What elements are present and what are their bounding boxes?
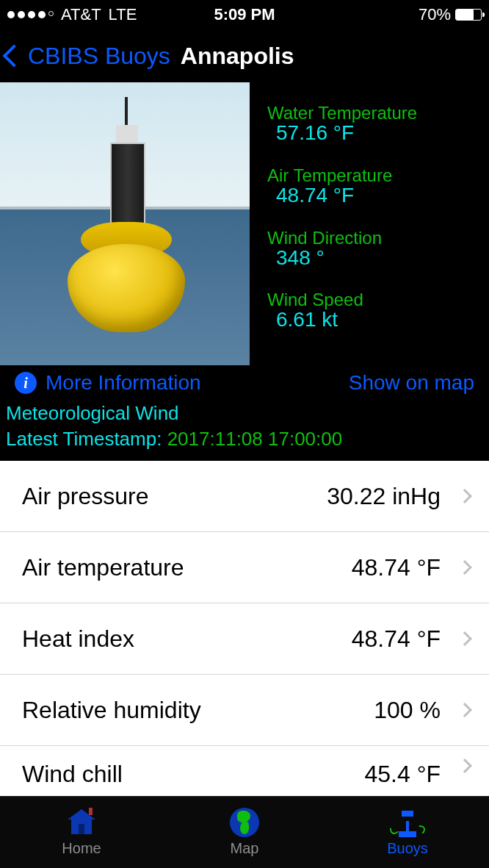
timestamp-value: 2017:11:08 17:00:00 <box>167 428 343 450</box>
buoy-icon <box>391 808 424 837</box>
timestamp-line: Latest Timestamp: 2017:11:08 17:00:00 <box>0 426 489 461</box>
list-item-label: Wind chill <box>22 761 364 788</box>
list-item-air-temperature[interactable]: Air temperature 48.74 °F <box>0 532 489 603</box>
list-item-heat-index[interactable]: Heat index 48.74 °F <box>0 603 489 675</box>
stat-label: Air Temperature <box>267 167 477 184</box>
timestamp-label: Latest Timestamp: <box>6 428 162 450</box>
home-icon <box>65 808 98 837</box>
stat-value: 6.61 kt <box>267 309 477 331</box>
chevron-left-icon <box>2 44 25 67</box>
nav-bar: CBIBS Buoys Annapolis <box>0 29 489 82</box>
list-item-wind-chill[interactable]: Wind chill 45.4 °F <box>0 746 489 790</box>
back-label: CBIBS Buoys <box>28 43 170 70</box>
buoy-photo <box>0 82 250 365</box>
stat-water-temperature: Water Temperature 57.16 °F <box>267 104 477 145</box>
list-item-label: Heat index <box>22 625 352 653</box>
more-information-link[interactable]: More Information <box>46 371 201 395</box>
back-button[interactable]: CBIBS Buoys <box>6 43 170 70</box>
tab-label: Map <box>231 840 259 857</box>
status-bar: AT&T LTE 5:09 PM 70% <box>0 0 489 29</box>
stat-wind-direction: Wind Direction 348 ° <box>267 229 477 270</box>
list-item-air-pressure[interactable]: Air pressure 30.22 inHg <box>0 461 489 532</box>
network-label: LTE <box>109 5 137 24</box>
status-left: AT&T LTE <box>7 5 214 24</box>
tab-home[interactable]: Home <box>0 797 163 868</box>
list-item-label: Relative humidity <box>22 697 374 724</box>
list-item-relative-humidity[interactable]: Relative humidity 100 % <box>0 675 489 746</box>
stat-air-temperature: Air Temperature 48.74 °F <box>267 167 477 207</box>
list-item-value: 45.4 °F <box>364 761 460 788</box>
list-item-value: 48.74 °F <box>352 554 460 581</box>
section-title: Meteorological Wind <box>0 398 489 426</box>
tab-label: Buoys <box>387 840 428 857</box>
list-item-label: Air pressure <box>22 483 327 510</box>
hero-section: Water Temperature 57.16 °F Air Temperatu… <box>0 82 489 365</box>
chevron-right-icon <box>457 489 472 503</box>
list-item-value: 48.74 °F <box>352 625 460 653</box>
stat-value: 348 ° <box>267 247 477 270</box>
list-item-value: 100 % <box>374 697 460 724</box>
tab-bar: Home Map Buoys <box>0 796 489 868</box>
info-icon: i <box>15 372 37 394</box>
measurements-list[interactable]: Air pressure 30.22 inHg Air temperature … <box>0 461 489 796</box>
stat-value: 57.16 °F <box>267 122 477 145</box>
stat-label: Water Temperature <box>267 104 477 122</box>
show-on-map-link[interactable]: Show on map <box>349 371 474 395</box>
status-right: 70% <box>275 5 482 24</box>
tab-buoys[interactable]: Buoys <box>326 797 489 868</box>
stat-wind-speed: Wind Speed 6.61 kt <box>267 291 477 331</box>
signal-strength-icon <box>7 11 54 18</box>
tab-map[interactable]: Map <box>163 797 326 868</box>
status-time: 5:09 PM <box>214 5 275 24</box>
chevron-right-icon <box>457 703 472 717</box>
list-item-label: Air temperature <box>22 554 352 581</box>
globe-icon <box>228 808 261 837</box>
page-title: Annapolis <box>181 43 294 70</box>
chevron-right-icon <box>457 631 472 646</box>
stat-label: Wind Speed <box>267 291 477 309</box>
carrier-label: AT&T <box>61 5 101 24</box>
stat-value: 48.74 °F <box>267 184 477 207</box>
summary-stats: Water Temperature 57.16 °F Air Temperatu… <box>250 82 489 365</box>
tab-label: Home <box>62 840 101 857</box>
battery-percent: 70% <box>419 5 451 24</box>
battery-icon <box>455 9 482 21</box>
chevron-right-icon <box>457 560 472 575</box>
stat-label: Wind Direction <box>267 229 477 247</box>
chevron-right-icon <box>457 758 472 773</box>
list-item-value: 30.22 inHg <box>327 483 460 510</box>
link-row: i More Information Show on map <box>0 365 489 398</box>
